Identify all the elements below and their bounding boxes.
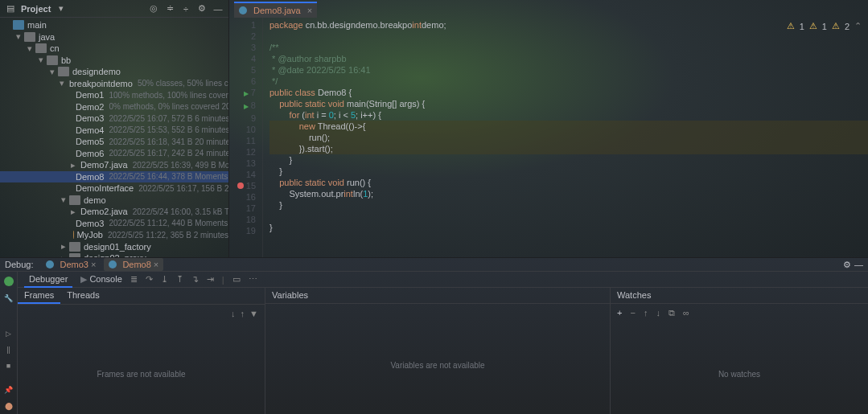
gear-icon[interactable]: ⚙ [843, 260, 851, 270]
step-icon[interactable]: ⤒ [176, 274, 183, 285]
frames-body: Frames are not available [18, 322, 265, 414]
tree-item[interactable]: DemoInterface2022/5/25 16:17, 156 B 24 [0, 182, 228, 195]
chevron-down-icon[interactable]: ▾ [56, 3, 67, 14]
tree-item[interactable]: Demo20% methods, 0% lines covered 202 [0, 101, 228, 113]
close-icon[interactable]: × [307, 6, 312, 15]
step-icon[interactable]: 🔧 [4, 294, 13, 302]
tree-item[interactable]: Demo42022/5/25 15:53, 552 B 6 minutes [0, 125, 228, 137]
tree-item[interactable]: ▾demo [0, 195, 228, 207]
copy-icon[interactable]: ⧉ [668, 308, 675, 318]
tree-item[interactable]: ▾java [0, 31, 228, 43]
add-watch-icon[interactable]: + [617, 308, 622, 318]
bug-icon[interactable] [4, 277, 14, 286]
close-icon[interactable]: × [91, 260, 96, 269]
project-sidebar: ▤ Project ▾ ◎ ≑ ÷ ⚙ — main▾java▾cn▾bb▾de… [0, 0, 229, 257]
debugger-tab[interactable]: Debugger [24, 272, 72, 288]
variables-column: Variables Variables are not available [265, 288, 611, 414]
remove-icon[interactable]: − [630, 308, 635, 318]
link-icon[interactable]: ∞ [683, 308, 689, 318]
variables-title: Variables [265, 288, 610, 304]
step-icon[interactable]: ↴ [191, 274, 199, 285]
console-tab[interactable]: ▶ Console [80, 274, 121, 285]
tree-item[interactable]: Demo82022/5/25 16:44, 378 B Moments ag [0, 171, 228, 183]
step-into-icon[interactable]: ↷ [146, 274, 153, 285]
resume-icon[interactable]: ▷ [6, 330, 11, 338]
java-icon [239, 6, 247, 14]
code-editor[interactable]: package cn.bb.designdemo.breakpointdemo;… [263, 18, 868, 257]
debug-label: Debug: [5, 260, 33, 269]
minimize-icon[interactable]: — [212, 3, 224, 14]
tree-item[interactable]: Demo32022/5/25 11:12, 440 B Moments ag [0, 218, 228, 230]
tree-item[interactable]: ▸Demo2.java2022/5/24 16:00, 3.15 kB Tod [0, 206, 228, 218]
debug-runbar: 🔧 ▷ || ■ 📌 ⬤ 📷 [0, 272, 18, 414]
debug-panel: Debug: Demo3× Demo8× ⚙ — 🔧 ▷ || ■ 📌 ⬤ 📷 [0, 257, 868, 414]
tree-item[interactable]: ▾designdemo [0, 66, 228, 78]
tree-item[interactable]: ▾cn [0, 43, 228, 55]
project-header: ▤ Project ▾ ◎ ≑ ÷ ⚙ — [0, 0, 228, 18]
eval-icon[interactable]: ▭ [232, 274, 241, 285]
tree-item[interactable]: MyJob2022/5/25 11:22, 365 B 2 minutes [0, 229, 228, 241]
flame-icon[interactable]: ⬤ [5, 402, 13, 410]
tree-item[interactable]: main [0, 19, 228, 31]
tree-item[interactable]: Demo1100% methods, 100% lines covered [0, 89, 228, 101]
tab-label: Demo8.java [253, 6, 301, 15]
frames-tab[interactable]: Frames [18, 288, 60, 304]
step-out-icon[interactable]: ⤓ [161, 274, 168, 285]
tree-item[interactable]: Demo52022/5/25 16:18, 341 B 20 minutes [0, 136, 228, 148]
variables-body: Variables are not available [265, 304, 610, 414]
gear-icon[interactable]: ⚙ [196, 3, 208, 14]
pin-icon[interactable]: 📌 [4, 386, 13, 394]
tree-item[interactable]: ▸Demo7.java2022/5/25 16:39, 499 B Momen [0, 159, 228, 171]
tree-item[interactable]: Demo32022/5/25 16:07, 572 B 6 minutes [0, 113, 228, 125]
editor-tabbar: Demo8.java × [229, 0, 868, 18]
more-icon[interactable]: ⋯ [249, 274, 257, 285]
watches-body: No watches [611, 322, 868, 414]
line-gutter[interactable]: 123456▶ 7▶ 891011121314 1516171819 [229, 18, 263, 257]
editor-pane: Demo8.java × ⚠1 ⚠1 ⚠2 ⌃ 123456▶ 7▶ 89101… [229, 0, 868, 257]
project-title: Project [21, 4, 51, 14]
prev-icon[interactable]: ↓ [231, 309, 236, 318]
debug-subheader: Debugger ▶ Console ≣ ↷ ⤓ ⤒ ↴ ⇥ | ▭ ⋯ [18, 272, 868, 288]
filter-icon[interactable]: ▼ [249, 309, 258, 318]
close-icon[interactable]: × [154, 260, 158, 269]
expand-icon[interactable]: ≑ [164, 3, 175, 14]
stop-icon[interactable]: ■ [6, 362, 10, 370]
frames-column: Frames Threads ↓ ↑ ▼ Frames are not avai… [18, 288, 265, 414]
tree-item[interactable]: ▾breakpointdemo50% classes, 50% lines co… [0, 78, 228, 90]
watches-column: Watches + − ↑ ↓ ⧉ ∞ No watches [611, 288, 868, 414]
threads-tab[interactable]: Threads [60, 288, 105, 304]
minimize-icon[interactable]: — [854, 260, 863, 269]
run-to-icon[interactable]: ⇥ [207, 274, 214, 285]
up-icon[interactable]: ↑ [644, 308, 648, 318]
tree-item[interactable]: Demo62022/5/25 16:17, 242 B 24 minutes [0, 148, 228, 160]
project-tree[interactable]: main▾java▾cn▾bb▾designdemo▾breakpointdem… [0, 18, 228, 257]
debug-tab-demo8[interactable]: Demo8× [104, 258, 163, 271]
project-icon: ▤ [5, 3, 16, 14]
down-icon[interactable]: ↓ [656, 308, 660, 318]
tree-item[interactable]: ▸design01_factory [0, 241, 228, 253]
pause-icon[interactable]: || [6, 346, 10, 354]
watches-title: Watches [611, 288, 868, 304]
step-over-icon[interactable]: ≣ [130, 274, 138, 285]
target-icon[interactable]: ◎ [148, 3, 159, 14]
next-icon[interactable]: ↑ [241, 309, 245, 318]
debug-header: Debug: Demo3× Demo8× ⚙ — [0, 258, 868, 272]
debug-tab-demo3[interactable]: Demo3× [41, 258, 101, 271]
tree-item[interactable]: ▾bb [0, 55, 228, 67]
tab-demo8[interactable]: Demo8.java × [234, 2, 317, 18]
collapse-icon[interactable]: ÷ [180, 3, 191, 14]
